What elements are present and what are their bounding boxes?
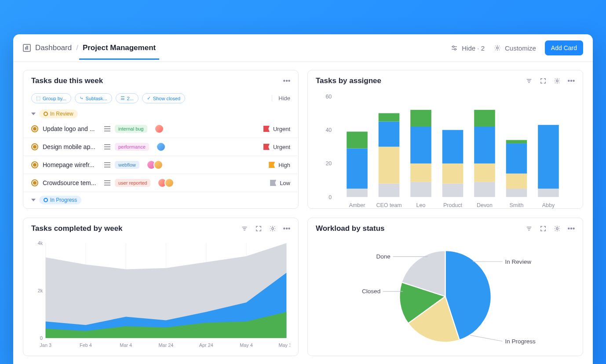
priority: High: [269, 162, 290, 168]
svg-text:Abby: Abby: [542, 202, 555, 208]
hide-link[interactable]: Hide: [272, 95, 290, 102]
breadcrumb: Dashboard / Project Management: [23, 44, 156, 52]
svg-text:4k: 4k: [38, 240, 43, 246]
svg-rect-42: [538, 125, 559, 189]
hide-label: Hide · 2: [462, 44, 485, 52]
svg-rect-41: [538, 189, 559, 197]
card-header: Tasks completed by week •••: [23, 218, 298, 239]
gear-icon[interactable]: [554, 225, 561, 232]
svg-text:Closed: Closed: [362, 288, 380, 295]
more-icon[interactable]: •••: [283, 225, 290, 232]
expand-icon[interactable]: [540, 77, 547, 84]
dashboard-icon: [23, 44, 31, 52]
svg-text:Done: Done: [376, 253, 390, 260]
chip-show-closed[interactable]: ✓ Show closed: [142, 93, 185, 103]
description-icon: [104, 180, 110, 186]
card-header: Workload by status •••: [308, 218, 583, 239]
chip-filter[interactable]: ☰ 2...: [116, 93, 139, 103]
description-icon: [104, 126, 110, 131]
svg-rect-37: [506, 174, 527, 189]
svg-point-47: [272, 227, 274, 229]
hide-toggle[interactable]: Hide · 2: [450, 44, 485, 52]
task-row[interactable]: Homepage wirefr... webflow High: [23, 156, 298, 174]
priority: Urgent: [263, 126, 290, 132]
svg-text:Leo: Leo: [416, 202, 426, 208]
task-row[interactable]: Crowdsource tem... user reported Low: [23, 174, 298, 192]
chip-subtask[interactable]: ⤷ Subtask...: [75, 93, 112, 103]
svg-text:CEO team: CEO team: [376, 202, 402, 208]
svg-rect-20: [379, 113, 400, 121]
svg-rect-13: [347, 189, 368, 197]
caret-icon: [31, 113, 36, 115]
svg-rect-34: [474, 110, 495, 127]
status-ring-icon: [31, 143, 38, 150]
header-bar: Dashboard / Project Management Hide · 2 …: [13, 34, 593, 62]
svg-rect-36: [506, 189, 527, 197]
expand-icon[interactable]: [540, 225, 547, 232]
svg-text:60: 60: [325, 94, 332, 100]
svg-rect-14: [347, 149, 368, 189]
expand-icon[interactable]: [255, 225, 262, 232]
filter-icon[interactable]: [526, 77, 533, 84]
task-row[interactable]: Design mobile ap... performance Urgent: [23, 138, 298, 156]
svg-line-75: [470, 335, 503, 341]
task-name: Homepage wirefr...: [43, 161, 100, 168]
flag-icon: [270, 180, 276, 186]
breadcrumb-root[interactable]: Dashboard: [35, 44, 72, 52]
group-in-progress: In Progress: [23, 192, 298, 206]
card-tasks-due: Tasks due this week ••• ⬚ Group by... ⤷ …: [23, 70, 299, 209]
svg-rect-38: [506, 143, 527, 174]
more-icon[interactable]: •••: [283, 77, 290, 84]
task-name: Design mobile ap...: [43, 143, 100, 150]
filter-icon[interactable]: [241, 225, 248, 232]
svg-rect-28: [442, 164, 464, 184]
svg-text:Product: Product: [443, 202, 462, 208]
customize-label: Customize: [505, 44, 536, 52]
status-ring-icon: [31, 179, 38, 186]
card-tasks-by-assignee: Tasks by assignee ••• 0204060AmberCEO te…: [307, 70, 583, 209]
more-icon[interactable]: •••: [568, 77, 575, 84]
task-list: Update logo and ... internal bug Urgent …: [23, 120, 298, 192]
card-actions: •••: [526, 77, 575, 84]
svg-point-4: [496, 47, 498, 49]
breadcrumb-current[interactable]: Project Management: [83, 44, 156, 52]
svg-rect-32: [474, 164, 495, 182]
content-grid: Tasks due this week ••• ⬚ Group by... ⤷ …: [13, 62, 593, 364]
group-header[interactable]: In Review: [31, 109, 290, 118]
svg-text:40: 40: [325, 127, 332, 133]
more-icon[interactable]: •••: [568, 225, 575, 232]
group-header[interactable]: In Progress: [31, 196, 290, 204]
svg-rect-39: [506, 140, 527, 143]
add-card-button[interactable]: Add Card: [545, 40, 583, 55]
gear-icon[interactable]: [269, 225, 276, 232]
svg-rect-23: [410, 164, 431, 182]
status-pill-review: In Review: [39, 109, 78, 118]
filter-icon[interactable]: [526, 225, 533, 232]
avatar: [153, 160, 163, 170]
svg-rect-18: [379, 147, 400, 184]
svg-text:20: 20: [325, 160, 332, 167]
flag-icon: [263, 144, 270, 150]
svg-text:Jan 3: Jan 3: [40, 342, 51, 347]
svg-text:May 15: May 15: [278, 342, 290, 347]
priority: Low: [270, 180, 290, 186]
flag-icon: [269, 162, 275, 168]
customize-button[interactable]: Customize: [493, 44, 536, 52]
task-tag: performance: [115, 143, 149, 151]
avatar: [154, 124, 164, 134]
pie-chart: In ReviewDoneClosedIn Progress: [308, 239, 583, 357]
svg-text:Mar 24: Mar 24: [159, 342, 174, 347]
gear-icon[interactable]: [554, 77, 561, 84]
header-actions: Hide · 2 Customize Add Card: [450, 40, 583, 55]
card-title: Workload by status: [316, 224, 385, 233]
chip-group-by[interactable]: ⬚ Group by...: [31, 93, 71, 103]
status-ring-icon: [31, 125, 38, 132]
svg-point-3: [454, 48, 456, 50]
group-in-review: In Review: [23, 108, 298, 120]
task-row[interactable]: Update logo and ... internal bug Urgent: [23, 120, 298, 138]
avatar: [164, 178, 174, 188]
svg-rect-17: [379, 184, 400, 197]
app-window: Dashboard / Project Management Hide · 2 …: [13, 34, 593, 364]
gear-icon: [493, 44, 501, 52]
card-actions: •••: [241, 225, 290, 232]
